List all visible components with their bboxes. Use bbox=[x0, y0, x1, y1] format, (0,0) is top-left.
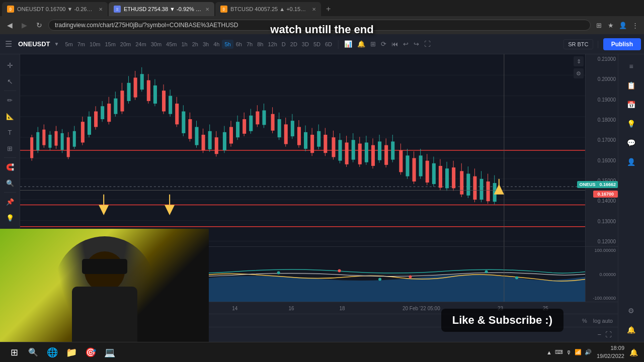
right-icon-ideas[interactable]: 💡 bbox=[623, 116, 639, 132]
browser-tab-2[interactable]: Ξ ETHUSD 2754.38 ▼ -0.92% S... ✕ bbox=[109, 2, 214, 16]
tf-30m[interactable]: 30m bbox=[149, 40, 164, 49]
tf-4h[interactable]: 4h bbox=[211, 40, 221, 49]
browser-tab-1[interactable]: ₿ ONEUSDT 0.16700 ▼ -0.26% S... ✕ bbox=[2, 2, 108, 16]
tab3-close[interactable]: ✕ bbox=[312, 7, 316, 12]
right-icon-profile[interactable]: 👤 bbox=[623, 154, 639, 170]
svg-point-165 bbox=[378, 278, 381, 281]
sr-btc-label[interactable]: SR BTC bbox=[564, 39, 593, 49]
tf-2D[interactable]: 2D bbox=[288, 40, 299, 49]
taskbar-app3-icon[interactable]: 🎯 bbox=[83, 344, 99, 360]
go-to-prev-icon[interactable]: ⏮ bbox=[390, 39, 399, 49]
tf-10m[interactable]: 10m bbox=[88, 40, 102, 49]
taskbar-speaker-icon[interactable]: 🔊 bbox=[585, 349, 592, 355]
ind-label-0: 0.00000 bbox=[588, 272, 616, 277]
taskbar-browser-icon[interactable]: 🌐 bbox=[44, 344, 60, 360]
ideas-icon-left[interactable]: 💡 bbox=[3, 211, 17, 225]
draw-tool[interactable]: ✏ bbox=[3, 93, 17, 107]
right-icon-settings[interactable]: ⚙ bbox=[623, 303, 639, 319]
cursor-tool[interactable]: ↖ bbox=[3, 74, 17, 88]
bottom-log-auto[interactable]: log auto bbox=[593, 318, 613, 324]
taskbar-network-icon[interactable]: 📶 bbox=[575, 349, 582, 355]
symbol-name[interactable]: ONEUSDT bbox=[16, 40, 52, 48]
watchlist-icon-left[interactable]: 📌 bbox=[3, 195, 17, 209]
tf-3h[interactable]: 3h bbox=[201, 40, 211, 49]
shape-tool[interactable]: ⊞ bbox=[3, 141, 17, 155]
ind-label-100: 100.00000 bbox=[588, 248, 616, 253]
svg-marker-155 bbox=[99, 205, 109, 215]
tf-2h[interactable]: 2h bbox=[190, 40, 200, 49]
redo-icon[interactable]: ↪ bbox=[412, 39, 421, 49]
reload-button[interactable]: ↻ bbox=[33, 20, 45, 30]
screener-icon[interactable]: ⊞ bbox=[369, 39, 377, 49]
tf-15m[interactable]: 15m bbox=[103, 40, 117, 49]
tf-24m[interactable]: 24m bbox=[133, 40, 148, 49]
zoom-tool[interactable]: 🔍 bbox=[3, 176, 17, 190]
symbol-dropdown[interactable]: ▼ bbox=[54, 41, 59, 47]
crosshair-tool[interactable]: ✛ bbox=[3, 58, 17, 72]
indicators-icon[interactable]: 📊 bbox=[343, 39, 354, 49]
hamburger-icon[interactable]: ☰ bbox=[3, 37, 14, 51]
taskbar-search-icon[interactable]: 🔍 bbox=[25, 344, 41, 360]
tv-header: ☰ ONEUSDT ▼ 5m 7m 10m 15m 20m 24m 30m 45… bbox=[0, 34, 644, 54]
back-button[interactable]: ◀ bbox=[4, 20, 16, 30]
tab2-text: ETHUSD 2754.38 ▼ -0.92% S... bbox=[124, 6, 201, 12]
trading-panel-minimize[interactable]: − bbox=[597, 331, 601, 338]
taskbar-clock[interactable]: 18:09 19/02/2022 bbox=[597, 344, 624, 360]
alert-icon[interactable]: 🔔 bbox=[356, 39, 367, 49]
tf-7h[interactable]: 7h bbox=[245, 40, 255, 49]
tf-8h[interactable]: 8h bbox=[255, 40, 265, 49]
right-icon-calendar[interactable]: 📅 bbox=[623, 97, 639, 113]
profile-icon[interactable]: 👤 bbox=[618, 20, 628, 30]
chart-area[interactable]: 0.21000 0.20000 0.19000 0.18000 0.17000 … bbox=[20, 54, 618, 246]
tf-D[interactable]: D bbox=[280, 40, 288, 49]
tf-6D[interactable]: 6D bbox=[323, 40, 334, 49]
windows-start-icon[interactable]: ⊞ bbox=[6, 344, 22, 360]
menu-icon[interactable]: ⋮ bbox=[630, 20, 640, 30]
tf-5D[interactable]: 5D bbox=[311, 40, 323, 49]
tab3-text: BTCUSD 40057.25 ▲ +0.15% S... bbox=[230, 6, 308, 12]
taskbar-keyboard-icon[interactable]: ⌨ bbox=[555, 349, 563, 355]
taskbar-app4-icon[interactable]: 💻 bbox=[102, 344, 118, 360]
taskbar-files-icon[interactable]: 📁 bbox=[63, 344, 79, 360]
bookmark-icon[interactable]: ★ bbox=[606, 20, 616, 30]
taskbar-mic-icon[interactable]: 🎙 bbox=[566, 349, 572, 355]
right-icon-bell[interactable]: 🔔 bbox=[623, 322, 639, 338]
auto-scale-icon[interactable]: ⇕ bbox=[574, 56, 584, 66]
taskbar-right: ▲ ⌨ 🎙 📶 🔊 18:09 19/02/2022 🔔 bbox=[546, 344, 638, 360]
right-icon-1[interactable]: ≡ bbox=[623, 58, 639, 74]
publish-button[interactable]: Publish bbox=[603, 38, 641, 50]
notification-icon[interactable]: 🔔 bbox=[629, 348, 638, 356]
magnet-tool[interactable]: 🧲 bbox=[3, 160, 17, 174]
replay-icon[interactable]: ⟳ bbox=[379, 39, 388, 49]
tf-6h[interactable]: 6h bbox=[234, 40, 244, 49]
right-icon-chat[interactable]: 💬 bbox=[623, 135, 639, 151]
browser-tab-3[interactable]: ₿ BTCUSD 40057.25 ▲ +0.15% S... ✕ bbox=[215, 2, 321, 16]
svg-point-166 bbox=[485, 270, 488, 274]
ruler-tool[interactable]: 📐 bbox=[3, 109, 17, 123]
undo-icon[interactable]: ↩ bbox=[401, 39, 410, 49]
tf-1h[interactable]: 1h bbox=[179, 40, 189, 49]
chart-svg bbox=[20, 54, 585, 246]
tf-12h[interactable]: 12h bbox=[266, 40, 279, 49]
new-tab-button[interactable]: + bbox=[322, 2, 335, 16]
fullscreen-icon[interactable]: ⛶ bbox=[423, 39, 432, 49]
tf-20m[interactable]: 20m bbox=[118, 40, 133, 49]
tf-5h[interactable]: 5h bbox=[222, 40, 233, 49]
right-icon-watchlist[interactable]: 📋 bbox=[623, 77, 639, 94]
tf-3D[interactable]: 3D bbox=[300, 40, 311, 49]
settings-icon-chart[interactable]: ⚙ bbox=[574, 68, 584, 78]
like-subscribe-overlay: Like & Subscribe :) bbox=[441, 309, 564, 332]
extensions-icon[interactable]: ⊞ bbox=[594, 20, 604, 30]
trading-panel-expand[interactable]: ⛶ bbox=[605, 331, 612, 338]
text-tool[interactable]: T bbox=[3, 125, 17, 139]
forward-button[interactable]: ▶ bbox=[19, 20, 30, 30]
tf-45m[interactable]: 45m bbox=[164, 40, 179, 49]
svg-point-167 bbox=[515, 276, 518, 279]
taskbar-up-icon[interactable]: ▲ bbox=[546, 349, 552, 355]
svg-point-162 bbox=[338, 269, 341, 273]
tf-7m[interactable]: 7m bbox=[75, 40, 87, 49]
tab1-close[interactable]: ✕ bbox=[99, 7, 103, 12]
tf-5m[interactable]: 5m bbox=[63, 40, 74, 49]
tab-bar: ₿ ONEUSDT 0.16700 ▼ -0.26% S... ✕ Ξ ETHU… bbox=[0, 0, 644, 16]
tab2-close[interactable]: ✕ bbox=[205, 7, 209, 12]
